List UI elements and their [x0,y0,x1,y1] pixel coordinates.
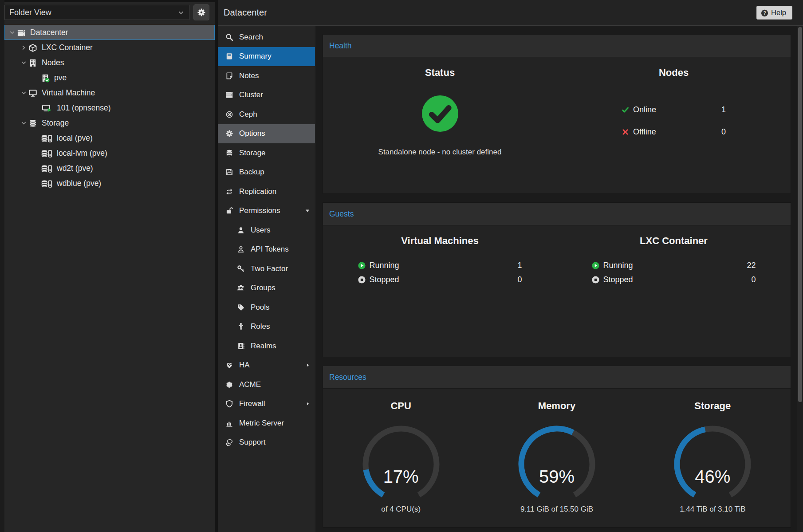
tree-item-virtual-machine[interactable]: Virtual Machine [4,85,215,100]
question-circle-icon [761,8,768,17]
menu-item-groups[interactable]: Groups [218,279,315,298]
menu-item-backup[interactable]: Backup [218,163,315,182]
person-icon [237,323,245,331]
storage-drive-icon [41,164,52,173]
menu-item-label: Permissions [239,206,280,215]
menu-item-roles[interactable]: Roles [218,317,315,337]
gear-icon [197,8,206,17]
menu-item-summary[interactable]: Summary [218,47,315,67]
menu-item-permissions[interactable]: Permissions [218,201,315,221]
menu-item-users[interactable]: Users [218,221,315,240]
cross-icon [622,128,629,136]
tree-item-nodes[interactable]: Nodes [4,55,215,70]
summary-content: Health Status Standalone node - no clust… [316,26,797,532]
tree-expander-down[interactable] [19,90,28,96]
guests-column-virtual-machines: Virtual MachinesRunning1Stopped0 [323,225,557,357]
tree-item-wd2t-pve[interactable]: wd2t (pve) [4,161,215,176]
tree-item-storage[interactable]: Storage [4,115,215,130]
tree-expander-right[interactable] [19,44,28,51]
tree-expander-down[interactable] [7,29,17,36]
menu-item-metric-server[interactable]: Metric Server [218,414,315,433]
caret-right-icon[interactable] [305,401,311,406]
stat-label: Stopped [370,275,399,284]
stopped-icon [358,276,366,284]
acme-icon [224,381,234,389]
tree-item-label: pve [54,73,67,83]
stopped-icon [592,276,599,284]
menu-item-support[interactable]: Support [218,433,315,453]
menu-item-realms[interactable]: Realms [218,336,315,356]
storage-drive-icon [41,134,52,143]
support-icon [225,438,233,446]
status-ok-icon [422,95,458,132]
status-message: Standalone node - no cluster defined [378,148,502,157]
address-book-icon [236,342,246,350]
tree-item-lxc-container[interactable]: LXC Container [4,40,215,55]
storage-drive-icon [41,163,52,173]
storage-drive-icon [41,178,52,188]
tree-item-local-lvm-pve[interactable]: local-lvm (pve) [4,146,215,161]
menu-item-two-factor[interactable]: Two Factor [218,259,315,279]
tree-item-datacenter[interactable]: Datacenter [4,25,215,40]
user-outline-icon [236,245,246,253]
tree-item-label: 101 (opnsense) [57,103,111,113]
menu-item-label: HA [239,361,250,370]
menu-item-ha[interactable]: HA [218,356,315,375]
menu-item-label: Backup [239,168,264,177]
menu-item-search[interactable]: Search [218,28,315,47]
guests-panel: Guests Virtual MachinesRunning1Stopped0L… [323,202,791,357]
menu-item-label: Support [239,438,266,447]
gauge-arc-memory: 59% [506,423,608,499]
menu-item-label: Metric Server [239,419,284,428]
menu-item-cluster[interactable]: Cluster [218,86,315,105]
cluster-status-column: Status Standalone node - no cluster defi… [323,57,557,193]
menu-item-replication[interactable]: Replication [218,182,315,201]
view-mode-select[interactable]: Folder View [4,5,189,20]
tree-item-101-opnsense[interactable]: 101 (opnsense) [4,100,215,115]
caret-down-icon[interactable] [304,208,311,214]
chevron-down-icon [20,59,27,66]
gauge-title: Storage [694,400,731,412]
scrollbar-thumb[interactable] [798,27,802,402]
stopped-icon [592,276,599,284]
menu-item-acme[interactable]: ACME [218,375,315,394]
menu-item-storage[interactable]: Storage [218,143,315,163]
gauge-percent: 17% [350,467,452,487]
chart-icon [225,419,233,427]
stat-row-stopped: Stopped0 [592,272,756,287]
menu-item-ceph[interactable]: Ceph [218,105,315,124]
gauge-memory: Memory59%9.11 GiB of 15.50 GiB [479,389,634,527]
tree-item-label: Storage [42,118,69,128]
menu-item-api-tokens[interactable]: API Tokens [218,240,315,260]
menu-item-label: Ceph [239,110,257,119]
caret-right-icon[interactable] [305,363,311,368]
menu-item-label: Cluster [239,91,263,99]
tree-expander-down[interactable] [19,59,28,66]
users-icon [237,284,245,292]
view-mode-value: Folder View [9,8,51,17]
tree-item-wdblue-pve[interactable]: wdblue (pve) [4,176,215,191]
unlock-icon [224,207,234,215]
health-panel: Health Status Standalone node - no clust… [323,34,791,194]
storage-drive-icon [41,149,52,158]
monitor-icon [28,88,37,97]
tree-item-local-pve[interactable]: local (pve) [4,130,215,146]
gear-icon [224,130,234,138]
stat-row-offline: Offline0 [622,121,726,143]
page-title: Datacenter [224,8,267,18]
menu-item-pools[interactable]: Pools [218,298,315,317]
menu-item-firewall[interactable]: Firewall [218,394,315,414]
server-icon [17,28,26,37]
help-button[interactable]: Help [756,6,792,20]
vm-running-icon [41,104,52,113]
resource-tree-sidebar: Folder View DatacenterLXC ContainerNodes… [4,2,215,532]
user-icon [236,226,246,234]
tree-item-pve[interactable]: pve [4,70,215,85]
menu-item-notes[interactable]: Notes [218,66,315,86]
nodes-status-column: Nodes Online1Offline0 [557,57,791,193]
window-left-rail [0,0,4,532]
tree-expander-down[interactable] [19,120,28,126]
menu-item-label: Roles [251,322,270,331]
tree-settings-button[interactable] [193,4,209,20]
menu-item-options[interactable]: Options [218,124,315,144]
